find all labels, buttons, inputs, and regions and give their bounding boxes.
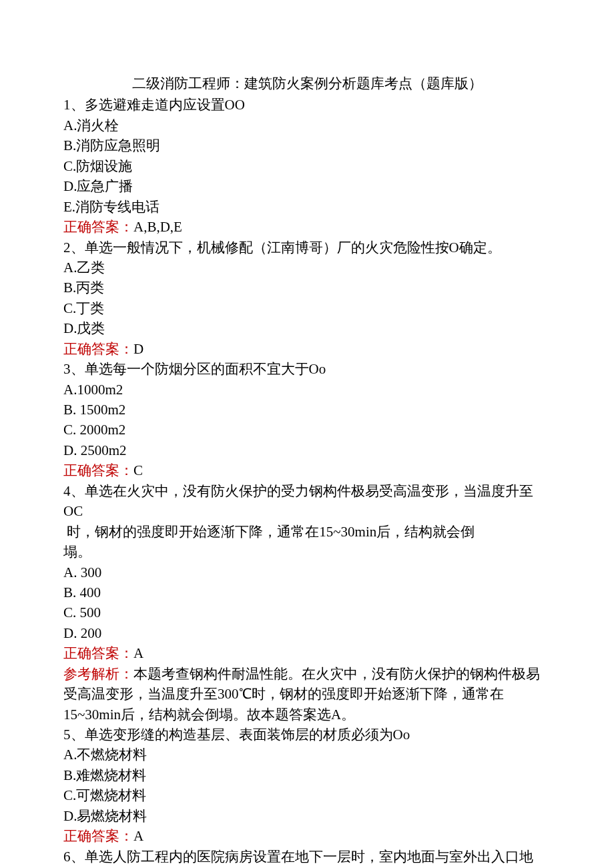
q1-opt-a: A.消火栓: [63, 115, 551, 135]
q4-opt-d: D. 200: [63, 623, 551, 643]
page-title: 二级消防工程师：建筑防火案例分析题库考点（题库版）: [63, 73, 551, 93]
answer-label: 正确答案：: [63, 645, 133, 661]
q5-opt-a: A.不燃烧材料: [63, 745, 551, 765]
q3-stem: 3、单选每一个防烟分区的面积不宜大于Oo: [63, 359, 551, 379]
q4-stem-line2: 时，钢材的强度即开始逐渐下降，通常在15~30min后，结构就会倒: [63, 522, 551, 542]
q1-opt-d: D.应急广播: [63, 176, 551, 196]
q2-opt-c: C.丁类: [63, 298, 551, 318]
answer-value: A,B,D,E: [133, 219, 182, 235]
answer-label: 正确答案：: [63, 341, 133, 357]
q3-opt-c: C. 2000m2: [63, 420, 551, 440]
q4-answer: 正确答案：A: [63, 643, 551, 663]
q2-answer: 正确答案：D: [63, 339, 551, 359]
q2-opt-d: D.戊类: [63, 318, 551, 338]
analysis-label: 参考解析：: [63, 666, 133, 682]
q1-opt-b: B.消防应急照明: [63, 135, 551, 155]
q1-opt-c: C.防烟设施: [63, 156, 551, 176]
q1-opt-e: E.消防专线电话: [63, 197, 551, 217]
q4-stem-line3: 塌。: [63, 542, 551, 562]
q5-answer: 正确答案：A: [63, 826, 551, 846]
q5-opt-c: C.可燃烧材料: [63, 785, 551, 805]
q4-analysis-line2: 受高温变形，当温度升至300℃时，钢材的强度即开始逐渐下降，通常在: [63, 684, 551, 704]
q2-opt-a: A.乙类: [63, 258, 551, 278]
q4-analysis-line1: 参考解析：本题考查钢构件耐温性能。在火灾中，没有防火保护的钢构件极易: [63, 664, 551, 684]
answer-label: 正确答案：: [63, 219, 133, 235]
q4-opt-a: A. 300: [63, 562, 551, 582]
q3-opt-a: A.1000m2: [63, 380, 551, 400]
q4-stem-line1: 4、单选在火灾中，没有防火保护的受力钢构件极易受高温变形，当温度升至OC: [63, 481, 551, 522]
q5-stem: 5、单选变形缝的构造基层、表面装饰层的材质必须为Oo: [63, 725, 551, 745]
q4-opt-b: B. 400: [63, 582, 551, 602]
answer-label: 正确答案：: [63, 828, 133, 844]
answer-label: 正确答案：: [63, 462, 133, 478]
analysis-text: 本题考查钢构件耐温性能。在火灾中，没有防火保护的钢构件极易: [133, 666, 540, 682]
q4-analysis-line3: 15~30min后，结构就会倒塌。故本题答案选A。: [63, 705, 551, 725]
q5-opt-d: D.易燃烧材料: [63, 806, 551, 826]
q1-answer: 正确答案：A,B,D,E: [63, 217, 551, 237]
answer-value: A: [133, 828, 143, 844]
q2-stem: 2、单选一般情况下，机械修配（江南博哥）厂的火灾危险性按O确定。: [63, 238, 551, 258]
q2-opt-b: B.丙类: [63, 278, 551, 298]
answer-value: C: [133, 462, 143, 478]
q3-answer: 正确答案：C: [63, 460, 551, 480]
q4-opt-c: C. 500: [63, 602, 551, 622]
q6-stem: 6、单选人防工程内的医院病房设置在地下一层时，室内地面与室外出入口地: [63, 847, 551, 867]
q3-opt-d: D. 2500m2: [63, 440, 551, 460]
q3-opt-b: B. 1500m2: [63, 400, 551, 420]
q5-opt-b: B.难燃烧材料: [63, 765, 551, 785]
answer-value: D: [133, 341, 143, 357]
answer-value: A: [133, 645, 143, 661]
q1-stem: 1、多选避难走道内应设置OO: [63, 95, 551, 115]
